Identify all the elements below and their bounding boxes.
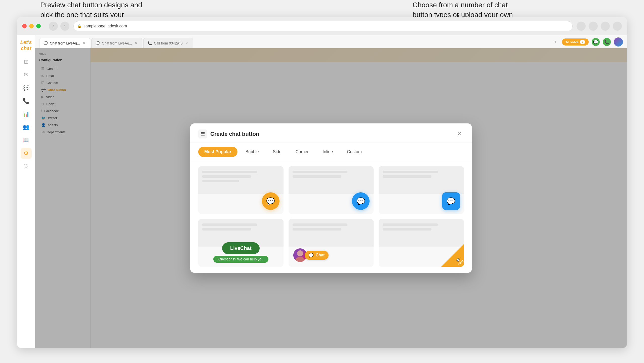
avatar-chat-button[interactable]: 💬 Chat [293,248,329,263]
browser-window: ‹ › 🔒 samplepage.ladesk.com Let's chat ⊞… [17,17,627,348]
preview-card-square-blue[interactable]: 💬 [379,166,464,214]
tab-label-2: Chat from LiveAg... [102,41,132,45]
preview-line [383,223,437,226]
modal-tab-corner[interactable]: Corner [290,147,315,157]
preview-line [293,228,341,231]
user-avatar[interactable] [614,37,623,47]
preview-line [202,223,257,226]
preview-card-bubble-blue[interactable]: 💬 [289,166,374,214]
preview-card-bg-5 [289,219,374,247]
preview-card-corner-chat[interactable]: 💬 Chat [379,219,464,267]
minimize-traffic-light[interactable] [29,24,34,28]
lock-icon: 🔒 [77,24,82,28]
avatar-chat-label: 💬 Chat [305,251,329,260]
bubble-orange-button[interactable]: 💬 [262,192,279,210]
preview-card-lines-1 [202,171,263,184]
preview-line [383,171,437,173]
sidebar-item-reports[interactable]: 📊 [21,109,32,120]
preview-card-lines-3 [383,171,444,180]
livechat-main-label: LiveChat [222,242,259,254]
modal-tab-inline[interactable]: Inline [317,147,339,157]
preview-grid: 💬 💬 [190,161,472,273]
tab-call-icon: 📞 [148,41,152,45]
modal-tab-side[interactable]: Side [267,147,288,157]
tab-chat-1[interactable]: 💬 Chat from LiveAg... ✕ [39,38,90,48]
sidebar-item-phone[interactable]: 📞 [21,96,32,107]
livechat-sub-label: Questions? We can help you [213,256,268,263]
sidebar-item-inbox[interactable]: ✉ [21,69,32,80]
preview-line [202,228,251,231]
to-solve-label: To solve [566,40,579,44]
to-solve-button[interactable]: To solve 7 [562,38,589,46]
preview-card-lines-2 [293,171,354,180]
sidebar-item-contacts[interactable]: 👥 [21,122,32,133]
browser-action-4[interactable] [613,22,622,31]
browser-chrome: ‹ › 🔒 samplepage.ladesk.com [17,17,627,35]
url-text: samplepage.ladesk.com [84,24,127,28]
tab-close-2[interactable]: ✕ [134,41,138,45]
modal-title: ☰ Create chat button [198,129,259,139]
close-traffic-light[interactable] [22,24,27,28]
sidebar-logo: Let's chat [17,39,35,51]
bubble-blue-button[interactable]: 💬 [352,192,370,210]
preview-line [293,223,347,226]
browser-action-1[interactable] [577,22,586,31]
browser-action-3[interactable] [601,22,610,31]
add-tab-button[interactable]: + [552,38,559,46]
tabs-bar: 💬 Chat from LiveAg... ✕ 💬 Chat from Live… [35,35,627,48]
preview-line [202,175,251,178]
sidebar-item-favorites[interactable]: ♡ [21,161,32,172]
modal-header: ☰ Create chat button ✕ [190,123,472,143]
preview-line [293,175,341,178]
tab-chat-2[interactable]: 💬 Chat from LiveAg... ✕ [91,38,142,48]
tab-call[interactable]: 📞 Call from 0042948 ✕ [143,38,193,48]
app-container: Let's chat ⊞ ✉ 💬 📞 📊 👥 📖 ⚙ ♡ 💬 Chat from… [17,35,627,348]
tab-label-1: Chat from LiveAg... [50,41,80,45]
tab-chat-icon-2: 💬 [96,41,100,45]
sidebar: Let's chat ⊞ ✉ 💬 📞 📊 👥 📖 ⚙ ♡ [17,35,35,348]
browser-actions [577,22,622,31]
modal-tabs: Most Popular Bubble Side Corner Inline C… [190,143,472,161]
forward-button[interactable]: › [60,22,69,31]
tab-close-1[interactable]: ✕ [82,41,86,45]
sidebar-item-settings[interactable]: ⚙ [21,148,32,159]
fullscreen-traffic-light[interactable] [36,24,41,28]
preview-card-bg-6 [379,219,464,247]
preview-card-lines-4 [202,223,263,233]
livechat-button[interactable]: LiveChat Questions? We can help you [202,242,279,263]
chat-action-button[interactable]: 💬 [592,38,600,46]
preview-card-bg-3 [379,166,464,194]
modal-tab-most-popular[interactable]: Most Popular [198,147,237,157]
preview-line [202,171,257,173]
tab-label-3: Call from 0042948 [154,41,183,45]
svg-point-0 [297,250,303,256]
tabs-right: + To solve 7 💬 📞 [552,37,623,48]
modal-tab-bubble[interactable]: Bubble [239,147,265,157]
preview-card-livechat[interactable]: LiveChat Questions? We can help you [198,219,284,267]
square-blue-button[interactable]: 💬 [442,192,460,210]
phone-action-button[interactable]: 📞 [603,38,611,46]
preview-line [383,228,431,231]
svg-point-1 [296,257,305,262]
preview-card-lines-6 [383,223,444,233]
browser-action-2[interactable] [589,22,598,31]
create-chat-button-modal: ☰ Create chat button ✕ Most Popular Bubb… [190,123,472,273]
modal-tab-custom[interactable]: Custom [341,147,368,157]
modal-overlay: ☰ Create chat button ✕ Most Popular Bubb… [35,48,627,348]
back-button[interactable]: ‹ [49,22,58,31]
preview-card-bubble-orange[interactable]: 💬 [198,166,284,214]
preview-line [202,180,239,182]
sidebar-item-chat[interactable]: 💬 [21,82,32,94]
to-solve-badge: 7 [580,40,585,44]
address-bar[interactable]: 🔒 samplepage.ladesk.com [73,21,573,31]
modal-title-text: Create chat button [210,131,259,137]
tab-close-3[interactable]: ✕ [185,41,189,45]
modal-close-button[interactable]: ✕ [455,129,464,139]
sidebar-item-dashboard[interactable]: ⊞ [21,56,32,67]
preview-line [383,175,431,178]
corner-chat-button[interactable]: 💬 Chat [441,244,464,267]
sidebar-item-knowledge[interactable]: 📖 [21,135,32,146]
traffic-lights [22,24,41,28]
chat-icon-small: 💬 [309,253,314,258]
preview-card-avatar-chat[interactable]: 💬 Chat [289,219,374,267]
